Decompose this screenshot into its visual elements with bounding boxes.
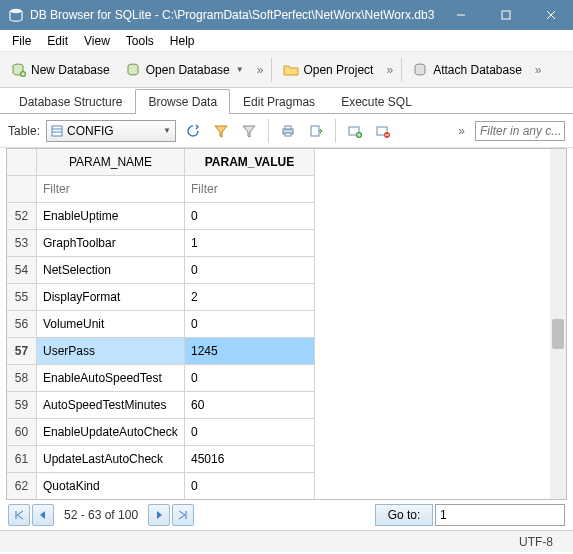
- clear-filters-button[interactable]: [210, 120, 232, 142]
- grid-corner: [7, 149, 37, 176]
- row-number[interactable]: 61: [7, 446, 37, 473]
- filter-any-column-input[interactable]: [475, 121, 565, 141]
- table-row[interactable]: 57 UserPass 1245: [7, 338, 550, 365]
- table-row[interactable]: 62 QuotaKind 0: [7, 473, 550, 499]
- cell-param-name[interactable]: VolumeUnit: [37, 311, 185, 338]
- menu-help[interactable]: Help: [162, 32, 203, 50]
- pager: 52 - 63 of 100 Go to:: [0, 500, 573, 530]
- window-title: DB Browser for SQLite - C:\ProgramData\S…: [30, 8, 438, 22]
- goto-input[interactable]: [435, 504, 565, 526]
- cell-param-value[interactable]: 0: [185, 419, 315, 446]
- row-number[interactable]: 58: [7, 365, 37, 392]
- row-number[interactable]: 55: [7, 284, 37, 311]
- cell-param-name[interactable]: UpdateLastAutoCheck: [37, 446, 185, 473]
- cell-param-name[interactable]: DisplayFormat: [37, 284, 185, 311]
- cell-param-value[interactable]: 0: [185, 257, 315, 284]
- new-database-button[interactable]: New Database: [4, 57, 117, 83]
- tab-browse-data[interactable]: Browse Data: [135, 89, 230, 114]
- row-number[interactable]: 52: [7, 203, 37, 230]
- column-header-param-name[interactable]: PARAM_NAME: [37, 149, 185, 176]
- table-row[interactable]: 53 GraphToolbar 1: [7, 230, 550, 257]
- table-row[interactable]: 60 EnableUpdateAutoCheck 0: [7, 419, 550, 446]
- column-header-param-value[interactable]: PARAM_VALUE: [185, 149, 315, 176]
- cell-param-value[interactable]: 2: [185, 284, 315, 311]
- cell-param-value[interactable]: 1245: [185, 338, 315, 365]
- row-number[interactable]: 59: [7, 392, 37, 419]
- cell-param-name[interactable]: EnableUptime: [37, 203, 185, 230]
- last-page-button[interactable]: [172, 504, 194, 526]
- encoding-label: UTF-8: [519, 535, 553, 549]
- overflow-icon[interactable]: »: [382, 63, 397, 77]
- svg-rect-17: [311, 126, 319, 136]
- maximize-button[interactable]: [483, 0, 528, 30]
- cell-param-value[interactable]: 0: [185, 473, 315, 499]
- table-row[interactable]: 55 DisplayFormat 2: [7, 284, 550, 311]
- overflow-icon[interactable]: »: [454, 124, 469, 138]
- cell-param-name[interactable]: EnableUpdateAutoCheck: [37, 419, 185, 446]
- dropdown-icon[interactable]: ▼: [236, 65, 244, 74]
- cell-param-value[interactable]: 0: [185, 311, 315, 338]
- attach-database-button[interactable]: Attach Database: [406, 57, 529, 83]
- statusbar: UTF-8: [0, 530, 573, 552]
- refresh-button[interactable]: [182, 120, 204, 142]
- cell-param-value[interactable]: 0: [185, 203, 315, 230]
- row-number[interactable]: 56: [7, 311, 37, 338]
- svg-rect-16: [285, 133, 291, 136]
- minimize-button[interactable]: [438, 0, 483, 30]
- vertical-scrollbar[interactable]: [550, 149, 566, 499]
- cell-param-name[interactable]: NetSelection: [37, 257, 185, 284]
- app-icon: [8, 7, 24, 23]
- delete-record-button[interactable]: [372, 120, 394, 142]
- cell-param-name[interactable]: UserPass: [37, 338, 185, 365]
- row-number[interactable]: 53: [7, 230, 37, 257]
- cell-param-value[interactable]: 0: [185, 365, 315, 392]
- titlebar[interactable]: DB Browser for SQLite - C:\ProgramData\S…: [0, 0, 573, 30]
- export-button[interactable]: [305, 120, 327, 142]
- menu-view[interactable]: View: [76, 32, 118, 50]
- first-page-button[interactable]: [8, 504, 30, 526]
- overflow-icon[interactable]: »: [531, 63, 546, 77]
- print-icon: [280, 123, 296, 139]
- filter-param-value[interactable]: [185, 176, 315, 203]
- new-record-button[interactable]: [344, 120, 366, 142]
- cell-param-name[interactable]: GraphToolbar: [37, 230, 185, 257]
- tab-database-structure[interactable]: Database Structure: [6, 89, 135, 114]
- menu-tools[interactable]: Tools: [118, 32, 162, 50]
- open-database-button[interactable]: Open Database ▼: [119, 57, 251, 83]
- table-row[interactable]: 59 AutoSpeedTestMinutes 60: [7, 392, 550, 419]
- table-row[interactable]: 61 UpdateLastAutoCheck 45016: [7, 446, 550, 473]
- row-number[interactable]: 60: [7, 419, 37, 446]
- menu-edit[interactable]: Edit: [39, 32, 76, 50]
- scroll-thumb[interactable]: [552, 319, 564, 349]
- cell-param-name[interactable]: QuotaKind: [37, 473, 185, 499]
- row-number[interactable]: 57: [7, 338, 37, 365]
- cell-param-name[interactable]: AutoSpeedTestMinutes: [37, 392, 185, 419]
- cell-param-value[interactable]: 1: [185, 230, 315, 257]
- filter-param-name[interactable]: [37, 176, 185, 203]
- tab-edit-pragmas[interactable]: Edit Pragmas: [230, 89, 328, 114]
- save-filter-button[interactable]: [238, 120, 260, 142]
- cell-param-name[interactable]: EnableAutoSpeedTest: [37, 365, 185, 392]
- table-select[interactable]: CONFIG ▼: [46, 120, 176, 142]
- overflow-icon[interactable]: »: [253, 63, 268, 77]
- table-row[interactable]: 54 NetSelection 0: [7, 257, 550, 284]
- menubar: File Edit View Tools Help: [0, 30, 573, 52]
- close-button[interactable]: [528, 0, 573, 30]
- goto-button[interactable]: Go to:: [375, 504, 433, 526]
- row-number[interactable]: 62: [7, 473, 37, 499]
- separator: [401, 58, 402, 82]
- print-button[interactable]: [277, 120, 299, 142]
- cell-param-value[interactable]: 60: [185, 392, 315, 419]
- attach-database-label: Attach Database: [433, 63, 522, 77]
- menu-file[interactable]: File: [4, 32, 39, 50]
- cell-param-value[interactable]: 45016: [185, 446, 315, 473]
- next-page-button[interactable]: [148, 504, 170, 526]
- open-project-button[interactable]: Open Project: [276, 57, 380, 83]
- table-row[interactable]: 52 EnableUptime 0: [7, 203, 550, 230]
- row-number[interactable]: 54: [7, 257, 37, 284]
- tab-execute-sql[interactable]: Execute SQL: [328, 89, 425, 114]
- table-icon: [51, 125, 63, 137]
- table-row[interactable]: 58 EnableAutoSpeedTest 0: [7, 365, 550, 392]
- prev-page-button[interactable]: [32, 504, 54, 526]
- table-row[interactable]: 56 VolumeUnit 0: [7, 311, 550, 338]
